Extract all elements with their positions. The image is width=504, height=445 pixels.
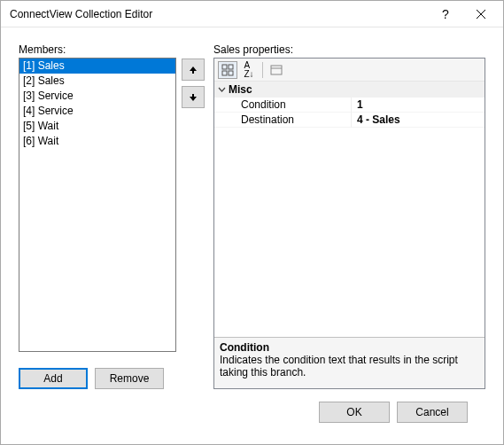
- members-list[interactable]: [1] Sales[2] Sales[3] Service[4] Service…: [19, 58, 176, 352]
- columns: Members: [1] Sales[2] Sales[3] Service[4…: [19, 43, 485, 389]
- categorized-button[interactable]: [218, 61, 237, 79]
- remove-button[interactable]: Remove: [95, 368, 164, 389]
- property-grid: AZ↓: [213, 58, 485, 389]
- property-name: Destination: [214, 113, 352, 128]
- dialog-footer: OK Cancel: [19, 389, 485, 435]
- svg-rect-8: [271, 66, 282, 74]
- help-icon: ?: [442, 7, 449, 21]
- arrow-up-icon: [189, 66, 198, 74]
- help-button[interactable]: ?: [428, 2, 463, 27]
- categorized-icon: [221, 64, 234, 76]
- move-up-button[interactable]: [182, 59, 205, 81]
- list-item[interactable]: [4] Service: [19, 104, 175, 119]
- description-title: Condition: [220, 341, 479, 354]
- titlebar: ConnectView Collection Editor ?: [1, 1, 503, 27]
- list-item[interactable]: [3] Service: [19, 89, 175, 104]
- members-buttons: Add Remove: [19, 368, 205, 389]
- svg-rect-7: [229, 71, 233, 75]
- property-toolbar: AZ↓: [214, 59, 485, 82]
- content: Members: [1] Sales[2] Sales[3] Service[4…: [1, 27, 503, 444]
- sort-az-icon: AZ↓: [244, 61, 253, 79]
- alphabetical-button[interactable]: AZ↓: [239, 61, 259, 79]
- svg-rect-4: [222, 65, 227, 69]
- members-label: Members:: [19, 43, 205, 56]
- svg-rect-5: [229, 65, 233, 69]
- members-row: [1] Sales[2] Sales[3] Service[4] Service…: [19, 58, 205, 361]
- property-value[interactable]: 4 - Sales: [352, 113, 485, 128]
- reorder-buttons: [182, 58, 205, 361]
- property-row[interactable]: Destination4 - Sales: [214, 113, 485, 128]
- chevron-down-icon: [214, 86, 229, 94]
- ok-button[interactable]: OK: [319, 402, 390, 423]
- arrow-down-icon: [189, 93, 198, 102]
- close-button[interactable]: [463, 2, 499, 27]
- list-item[interactable]: [1] Sales: [19, 59, 175, 74]
- list-item[interactable]: [2] Sales: [19, 74, 175, 89]
- members-panel: Members: [1] Sales[2] Sales[3] Service[4…: [19, 43, 205, 389]
- description-pane: Condition Indicates the condition text t…: [214, 337, 485, 388]
- property-value[interactable]: 1: [352, 98, 485, 113]
- cancel-button[interactable]: Cancel: [397, 402, 468, 423]
- property-pages-button[interactable]: [267, 61, 286, 79]
- properties-label: Sales properties:: [213, 43, 485, 56]
- properties-panel: Sales properties:: [213, 43, 485, 389]
- move-down-button[interactable]: [182, 86, 205, 108]
- list-item[interactable]: [5] Wait: [19, 119, 175, 134]
- property-pages-icon: [270, 65, 283, 75]
- category-header[interactable]: Misc: [214, 82, 485, 98]
- toolbar-separator: [262, 62, 263, 78]
- description-text: Indicates the condition text that result…: [220, 354, 479, 379]
- title-text: ConnectView Collection Editor: [10, 8, 428, 20]
- property-rows: Misc Condition1Destination4 - Sales: [214, 82, 485, 337]
- category-label: Misc: [229, 83, 252, 96]
- svg-marker-2: [190, 66, 197, 74]
- list-item[interactable]: [6] Wait: [19, 134, 175, 149]
- property-name: Condition: [214, 98, 352, 113]
- dialog: ConnectView Collection Editor ? Members:…: [0, 0, 504, 445]
- add-button[interactable]: Add: [19, 368, 88, 389]
- svg-marker-3: [190, 94, 197, 101]
- svg-rect-6: [222, 71, 227, 75]
- property-row[interactable]: Condition1: [214, 98, 485, 113]
- close-icon: [477, 10, 485, 19]
